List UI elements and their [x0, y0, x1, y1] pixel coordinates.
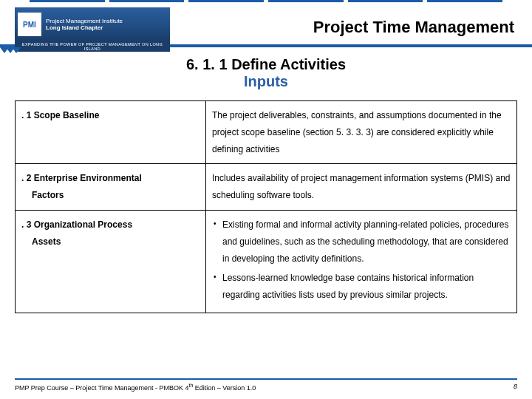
list-item: Existing formal and informal activity pl…	[212, 216, 511, 267]
page-number: 8	[514, 383, 517, 392]
label-text: . 3 Organizational Process	[21, 219, 132, 230]
logo-tagline: EXPANDING THE POWER OF PROJECT MANAGEMEN…	[15, 41, 170, 52]
slide: PMI Project Management Institute Long Is…	[0, 0, 532, 399]
pmi-logo-icon: PMI	[18, 13, 41, 36]
header-triangles	[0, 47, 18, 53]
label-text-2: Factors	[21, 187, 200, 204]
table-row: . 3 Organizational Process Assets Existi…	[16, 210, 517, 313]
logo-line1: Project Management Institute	[46, 18, 123, 24]
input-label: . 1 Scope Baseline	[16, 101, 206, 164]
section-subtitle: Inputs	[15, 73, 517, 90]
slide-header: PMI Project Management Institute Long Is…	[0, 0, 532, 47]
label-text-2: Assets	[21, 233, 200, 250]
input-label: . 3 Organizational Process Assets	[16, 210, 206, 313]
section-title: 6. 1. 1 Define Activities	[15, 56, 517, 73]
page-title: Project Time Management	[313, 18, 514, 37]
input-desc: Includes availability of project managem…	[206, 164, 517, 211]
label-text: . 1 Scope Baseline	[21, 110, 99, 120]
pmi-logo: PMI Project Management Institute Long Is…	[15, 7, 170, 41]
list-item: Lessons-learned knowledge base contains …	[212, 270, 511, 304]
logo-line2: Long Island Chapter	[46, 24, 123, 31]
footer-text: PMP Prep Course – Project Time Managemen…	[15, 383, 256, 392]
slide-footer: PMP Prep Course – Project Time Managemen…	[15, 378, 517, 392]
input-label: . 2 Enterprise Environmental Factors	[16, 164, 206, 211]
inputs-table: . 1 Scope Baseline The project deliverab…	[15, 100, 517, 313]
table-row: . 2 Enterprise Environmental Factors Inc…	[16, 164, 517, 211]
content-area: 6. 1. 1 Define Activities Inputs . 1 Sco…	[0, 47, 532, 313]
table-row: . 1 Scope Baseline The project deliverab…	[16, 101, 517, 164]
input-desc: Existing formal and informal activity pl…	[206, 210, 517, 313]
header-decor-bars	[0, 0, 532, 4]
input-desc: The project deliverables, constraints, a…	[206, 101, 517, 164]
bullet-list: Existing formal and informal activity pl…	[212, 216, 511, 304]
label-text: . 2 Enterprise Environmental	[21, 173, 142, 183]
